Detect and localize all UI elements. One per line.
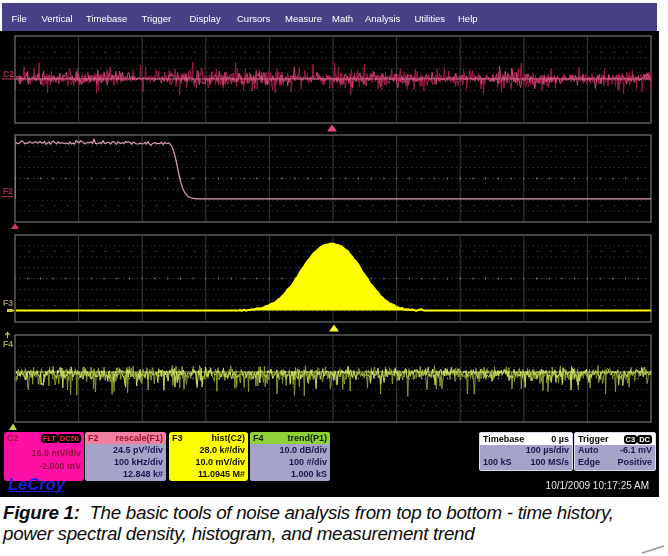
svg-text:C2: C2 bbox=[3, 69, 14, 79]
svg-text:F2: F2 bbox=[3, 186, 13, 196]
svg-text:F3: F3 bbox=[3, 298, 13, 308]
svg-text:F4: F4 bbox=[3, 339, 13, 349]
